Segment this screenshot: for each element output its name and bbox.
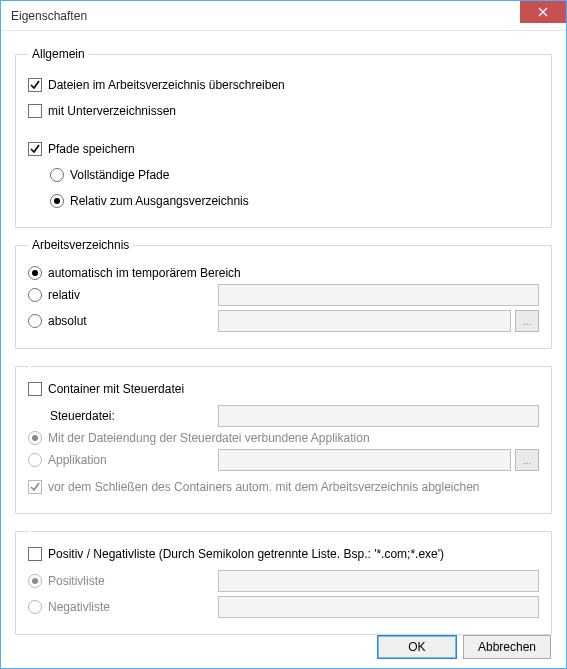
group-workdir: Arbeitsverzeichnis automatisch im tempor… [15,238,552,349]
close-icon [538,7,548,17]
input-steuerdatei[interactable] [218,405,539,427]
label-overwrite: Dateien im Arbeitsverzeichnis überschrei… [48,78,285,92]
radio-custom-app [28,453,42,467]
label-posneg: Positiv / Negativliste (Durch Semikolon … [48,547,444,561]
label-workdir-relative: relativ [48,288,80,302]
radio-workdir-relative[interactable] [28,288,42,302]
label-workdir-auto: automatisch im temporärem Bereich [48,266,241,280]
checkbox-container[interactable] [28,382,42,396]
input-custom-app [218,449,511,471]
label-steuerdatei: Steuerdatei: [28,409,218,423]
label-sync: vor dem Schließen des Containers autom. … [48,480,480,494]
group-workdir-legend: Arbeitsverzeichnis [28,238,133,252]
browse-workdir-absolute[interactable]: ... [515,310,539,332]
ok-button[interactable]: OK [377,635,457,659]
radio-workdir-absolute[interactable] [28,314,42,328]
browse-custom-app: ... [515,449,539,471]
label-subdirs: mit Unterverzeichnissen [48,104,176,118]
checkbox-savepaths[interactable] [28,142,42,156]
close-button[interactable] [520,1,566,23]
radio-positivliste [28,574,42,588]
checkbox-overwrite[interactable] [28,78,42,92]
label-assoc-app: Mit der Dateiendung der Steuerdatei verb… [48,431,370,445]
window-title: Eigenschaften [11,9,87,23]
label-positivliste: Positivliste [48,574,105,588]
checkbox-sync [28,480,42,494]
group-allgemein: Allgemein Dateien im Arbeitsverzeichnis … [15,47,552,228]
label-custom-app: Applikation [48,453,107,467]
radio-assoc-app [28,431,42,445]
label-relativepaths: Relativ zum Ausgangsverzeichnis [70,194,249,208]
group-posneg: . Positiv / Negativliste (Durch Semikolo… [15,524,552,635]
dialog-content: Allgemein Dateien im Arbeitsverzeichnis … [1,31,566,635]
cancel-button[interactable]: Abbrechen [463,635,551,659]
label-container: Container mit Steuerdatei [48,382,184,396]
radio-negativliste [28,600,42,614]
titlebar: Eigenschaften [1,1,566,31]
radio-relativepaths[interactable] [50,194,64,208]
radio-workdir-auto[interactable] [28,266,42,280]
input-workdir-absolute[interactable] [218,310,511,332]
checkbox-subdirs[interactable] [28,104,42,118]
dialog-footer: OK Abbrechen [377,635,551,659]
input-workdir-relative[interactable] [218,284,539,306]
radio-fullpaths[interactable] [50,168,64,182]
group-allgemein-legend: Allgemein [28,47,89,61]
group-container: . Container mit Steuerdatei Steuerdatei:… [15,359,552,514]
input-negativliste [218,596,539,618]
label-workdir-absolute: absolut [48,314,87,328]
label-savepaths: Pfade speichern [48,142,135,156]
input-positivliste [218,570,539,592]
checkbox-posneg[interactable] [28,547,42,561]
label-negativliste: Negativliste [48,600,110,614]
label-fullpaths: Vollständige Pfade [70,168,169,182]
